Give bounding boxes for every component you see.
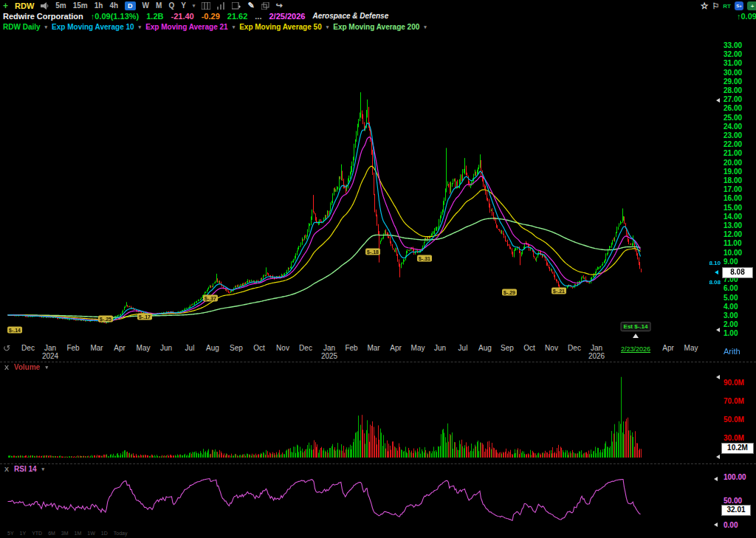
timeframe-monthly[interactable]: M (156, 1, 162, 10)
add-symbol-icon[interactable]: + (3, 1, 8, 11)
timeframe-5m[interactable]: 5m (55, 1, 66, 10)
scale-mode-label[interactable]: Arith (724, 347, 740, 356)
range-5y[interactable]: 5Y (7, 531, 14, 536)
top-toolbar: + RDW 5m 15m 1h 4h D W M Q Y ▾ ✎ ↪ ☆ ⚐ R… (0, 0, 756, 11)
chart-layout-icon[interactable] (202, 2, 210, 10)
earnings-marker-icon[interactable] (633, 334, 639, 338)
range-extreme-marker-icon (714, 477, 718, 481)
price-axis-label: 3.00 (724, 312, 738, 320)
last-price-badge: 8.08 (722, 267, 753, 278)
range-1w[interactable]: 1W (87, 531, 95, 536)
zoom-range-row: 5Y 1Y YTD 6M 3M 1M 1W 1D Today (7, 531, 127, 536)
timeframe-daily[interactable]: D (125, 1, 136, 10)
range-1y[interactable]: 1Y (20, 531, 27, 536)
price-axis-label: 11.00 (724, 240, 741, 247)
volume-axis-label: 30.0M (724, 435, 744, 442)
ema50-label[interactable]: Exp Moving Average 50 (239, 23, 322, 31)
timeframe-4h[interactable]: 4h (109, 1, 118, 10)
price-axis-label: 24.00 (724, 123, 742, 131)
range-extreme-marker-icon (714, 523, 718, 527)
time-axis-month: Mar (367, 344, 379, 352)
chevron-down-icon[interactable]: ▾ (45, 24, 48, 30)
close-pane-button[interactable]: X (4, 466, 9, 473)
earnings-estimate-badge[interactable]: Est $-.14 (621, 322, 651, 331)
time-axis-month: Apr (662, 344, 674, 352)
time-axis-month: Apr (390, 344, 402, 352)
timeframe-quarterly[interactable]: Q (168, 1, 174, 10)
range-today[interactable]: Today (114, 531, 128, 536)
chevron-down-icon[interactable]: ▾ (45, 365, 48, 370)
price-axis-label: 33.00 (724, 42, 742, 49)
chevron-down-icon[interactable]: ▾ (42, 466, 45, 472)
ema10-label[interactable]: Exp Moving Average 10 (52, 23, 134, 31)
earnings-badge[interactable]: $-.25 (98, 316, 113, 323)
price-axis-label: 20.00 (724, 159, 742, 167)
copy-chart-icon[interactable] (261, 2, 269, 10)
s-plus-icon[interactable]: S+ (735, 1, 743, 10)
chevron-down-icon[interactable]: ▾ (424, 24, 427, 30)
rsi-chart[interactable] (0, 475, 721, 528)
symbol-label[interactable]: RDW (15, 1, 34, 10)
earnings-badge[interactable]: $-.29 (502, 289, 517, 296)
time-axis-month: Apr (114, 344, 126, 352)
volume-chart[interactable] (0, 373, 721, 458)
chevron-down-icon[interactable]: ▾ (139, 24, 142, 30)
ellipsis[interactable]: ... (255, 12, 261, 21)
range-1d[interactable]: 1D (101, 531, 108, 536)
earnings-badge[interactable]: $-.14 (7, 327, 22, 334)
price-axis-label: 16.00 (724, 195, 742, 202)
price-axis-label: 32.00 (724, 51, 742, 58)
volume-pane-header: X Volume ▾ (4, 363, 48, 371)
bar-chart-icon[interactable] (217, 2, 225, 10)
price-axis-label: 30.00 (724, 69, 742, 77)
volume-title[interactable]: Volume (14, 363, 40, 371)
time-axis-month: Jun (160, 344, 172, 352)
ask-price-label: 8.10 (701, 261, 721, 266)
timeframe-1h[interactable]: 1h (94, 1, 103, 10)
price-axis-label: 2.00 (724, 321, 738, 328)
earnings-badge[interactable]: $-.31 (417, 255, 432, 262)
earnings-badge[interactable]: $-.17 (137, 314, 152, 320)
rsi-axis-label: 0.00 (724, 522, 738, 529)
price-axis-label: 23.00 (724, 132, 742, 139)
range-1m[interactable]: 1M (75, 531, 82, 536)
time-axis-month: Nov (545, 344, 558, 352)
close-pane-button[interactable]: X (4, 364, 9, 371)
share-icon[interactable]: ↪ (276, 1, 283, 10)
time-axis-month: Dec (21, 344, 35, 352)
price-chart[interactable] (0, 33, 721, 342)
draw-pencil-icon[interactable]: ✎ (247, 1, 254, 10)
reset-view-icon[interactable]: ↺ (3, 343, 10, 354)
alerts-icon[interactable]: + (747, 1, 756, 10)
megaphone-icon[interactable] (41, 2, 49, 10)
timeframe-15m[interactable]: 15m (73, 1, 88, 10)
chevron-down-icon[interactable]: ▾ (233, 24, 236, 30)
price-axis-label: 15.00 (724, 204, 742, 212)
price-axis-label: 21.00 (724, 150, 742, 157)
price-axis-label: 26.00 (724, 105, 742, 112)
add-chart-icon[interactable] (232, 2, 241, 10)
earnings-badge[interactable]: $-.18 (365, 249, 380, 255)
time-axis-month: Aug (478, 344, 492, 352)
favorite-star-icon[interactable]: ☆ (701, 1, 709, 11)
range-extreme-marker-icon (716, 98, 720, 103)
range-3m[interactable]: 3M (61, 531, 69, 536)
timeframe-weekly[interactable]: W (142, 1, 149, 10)
rsi-title[interactable]: RSI 14 (14, 465, 37, 473)
ema200-label[interactable]: Exp Moving Average 200 (333, 23, 419, 31)
earnings-badge[interactable]: $-.37 (203, 295, 218, 302)
main-series-label[interactable]: RDW Daily (3, 23, 41, 31)
range-6m[interactable]: 6M (48, 531, 55, 536)
flag-icon[interactable]: ⚐ (712, 1, 719, 11)
earnings-badge[interactable]: $-.21 (551, 288, 566, 294)
range-ytd[interactable]: YTD (32, 531, 42, 536)
extended-change: ↑0.09 (737, 12, 756, 21)
timeframe-yearly[interactable]: Y (181, 1, 186, 10)
market-cap: 1.2B (146, 12, 163, 21)
timeframe-dropdown-caret[interactable]: ▾ (193, 3, 196, 9)
price-axis-label: 5.00 (724, 294, 738, 302)
chevron-down-icon[interactable]: ▾ (326, 24, 329, 30)
ema21-label[interactable]: Exp Moving Average 21 (145, 23, 228, 31)
price-axis-label: 31.00 (724, 60, 742, 67)
next-earnings-date-label[interactable]: 2/23/2026 (621, 345, 650, 353)
